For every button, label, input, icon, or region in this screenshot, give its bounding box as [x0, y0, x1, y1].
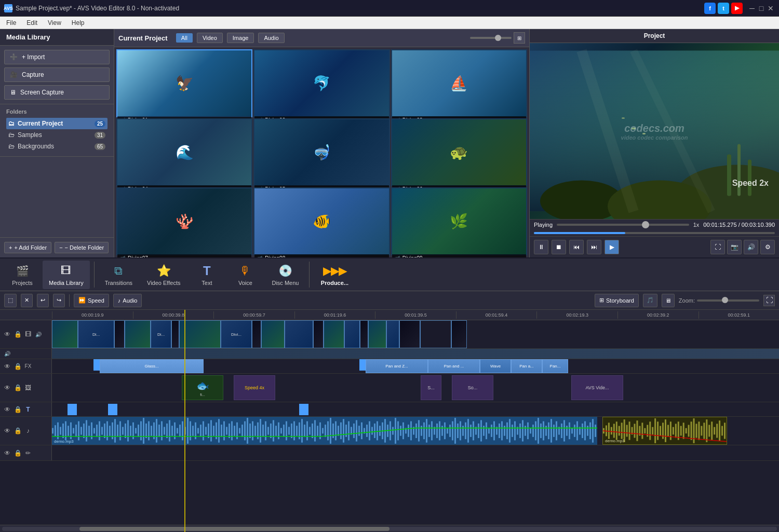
zoom-expand-button[interactable]: ⛶	[763, 295, 775, 306]
fish-clip[interactable]: 🐟 fi...	[182, 375, 223, 401]
text-marker-1[interactable]	[68, 404, 77, 415]
eye-icon[interactable]: 👁	[3, 427, 11, 435]
lock-icon[interactable]: 🔒	[14, 449, 22, 457]
folder-samples[interactable]: 🗁 Samples 31	[6, 129, 108, 141]
video-clip[interactable]: Divi...	[221, 320, 252, 348]
capture-button[interactable]: 🎥 Capture	[4, 67, 110, 82]
speed-clip[interactable]: Speed 4x	[234, 375, 275, 401]
effects-track-content[interactable]: Glass... Pan and Z... Pan and ...	[52, 359, 779, 373]
volume-button[interactable]: 🔊	[744, 240, 758, 254]
snapshot-button[interactable]: 📷	[727, 240, 742, 254]
audio-track-content[interactable]: demo.mp3	[52, 417, 779, 445]
video-clip[interactable]	[386, 320, 399, 348]
so-clip[interactable]: So...	[452, 375, 493, 401]
s-clip[interactable]: S...	[421, 375, 441, 401]
tool-voice[interactable]: 🎙 Voice	[227, 261, 263, 289]
delete-button[interactable]: ✕	[21, 294, 33, 307]
video-audio-content[interactable]	[52, 349, 779, 359]
menu-view[interactable]: View	[46, 18, 63, 28]
lock-icon[interactable]: 🔒	[14, 405, 22, 414]
preview-area[interactable]: codecs.com video codec comparison Speed …	[530, 43, 779, 219]
lock-icon[interactable]: 🔒	[14, 427, 22, 435]
settings-button[interactable]: ⚙	[760, 240, 775, 254]
youtube-icon[interactable]: ▶	[731, 3, 743, 14]
lock-icon[interactable]: 🔒	[14, 384, 22, 392]
media-item-diving06[interactable]: 🐢 📹 Diving06	[391, 118, 527, 186]
video-clip-black[interactable]	[420, 320, 451, 348]
minimize-button[interactable]: ─	[748, 4, 756, 12]
media-item-diving08[interactable]: 🐠 📹 Diving08	[253, 187, 390, 255]
video-clip-dark[interactable]	[252, 320, 261, 348]
video-clip[interactable]	[52, 320, 78, 348]
audio-clip-2[interactable]: demo.mp3	[602, 417, 727, 445]
screen-capture-button[interactable]: 🖥 Screen Capture	[4, 85, 110, 100]
text-track-icon[interactable]: T	[24, 405, 32, 414]
video-track-content[interactable]: Di... Di... Divi...	[52, 320, 779, 348]
fx-icon[interactable]: FX	[24, 362, 32, 371]
tool-projects[interactable]: 🎬 Projects	[4, 261, 41, 289]
size-slider[interactable]	[470, 37, 512, 39]
video-clip-dark[interactable]	[399, 320, 420, 348]
image-icon[interactable]: 🖼	[24, 384, 32, 392]
media-item-diving02[interactable]: 🐬 📹 Diving02	[253, 49, 390, 117]
speed-button[interactable]: ⏩ Speed	[74, 294, 109, 307]
stop-button[interactable]: ⏹	[552, 240, 566, 254]
tool-text[interactable]: T Text	[189, 261, 225, 289]
video-clip[interactable]	[285, 320, 313, 348]
audio-clip-main[interactable]: demo.mp3	[52, 417, 597, 445]
eye-icon[interactable]: 👁	[3, 362, 11, 371]
video-clip[interactable]	[344, 320, 360, 348]
video-clip-dark[interactable]	[313, 320, 324, 348]
effect-pan-and[interactable]: Pan and ...	[428, 359, 480, 373]
play-button[interactable]: ▶	[605, 240, 619, 254]
video-clip[interactable]	[368, 320, 386, 348]
maximize-button[interactable]: □	[757, 4, 765, 12]
filter-video[interactable]: Video	[197, 33, 223, 43]
media-item-diving04[interactable]: 🌊 📹 Diving04	[116, 118, 252, 186]
video-clip-dark[interactable]	[114, 320, 125, 348]
tool-video-effects[interactable]: ⭐ Video Effects	[141, 261, 186, 289]
video-clip[interactable]	[324, 320, 344, 348]
undo-button[interactable]: ↩	[37, 294, 49, 307]
import-button[interactable]: ➕ + Import	[4, 50, 110, 64]
media-item-diving01[interactable]: 🦅 📹 Diving01	[116, 49, 252, 117]
timeline-hscrollbar[interactable]	[0, 525, 779, 532]
eye-icon[interactable]: 👁	[3, 449, 11, 457]
eye-icon[interactable]: 👁	[3, 384, 11, 392]
video-clip[interactable]: Di...	[151, 320, 171, 348]
add-folder-button[interactable]: + + Add Folder	[4, 242, 51, 253]
video-clip-dark[interactable]	[171, 320, 179, 348]
effect-pan-zoom[interactable]: Pan and Z...	[366, 359, 428, 373]
filter-all[interactable]: All	[176, 33, 193, 43]
eye-icon[interactable]: 👁	[3, 405, 11, 414]
video-clip[interactable]: Di...	[78, 320, 114, 348]
eye-icon[interactable]: 👁	[3, 330, 11, 338]
grid-view-button[interactable]: ⊞	[514, 32, 525, 44]
speed-slider[interactable]	[557, 224, 689, 226]
video-clip[interactable]	[261, 320, 285, 348]
pen-icon[interactable]: ✏	[24, 449, 32, 457]
filter-audio[interactable]: Audio	[258, 33, 284, 43]
delete-folder-button[interactable]: − − Delete Folder	[55, 242, 109, 253]
media-item-diving09[interactable]: 🌿 📹 Diving09	[391, 187, 527, 255]
prev-frame-button[interactable]: ⏮	[569, 240, 584, 254]
folder-current-project[interactable]: 🗂 Current Project 25	[6, 118, 108, 129]
video-clip-dark[interactable]	[451, 320, 467, 348]
video-clip[interactable]	[125, 320, 151, 348]
pause-button[interactable]: ⏸	[534, 240, 548, 254]
tool-transitions[interactable]: ⧉ Transitions	[99, 261, 139, 289]
effect-pan-a[interactable]: Pan a...	[511, 359, 542, 373]
menu-edit[interactable]: Edit	[24, 18, 39, 28]
music-icon[interactable]: ♪	[24, 427, 32, 435]
tool-produce[interactable]: ▶▶▶ Produce...	[314, 261, 355, 289]
media-item-diving07[interactable]: 🪸 📹 Diving07	[116, 187, 252, 255]
text-marker-3[interactable]	[299, 404, 308, 415]
next-frame-button[interactable]: ⏭	[587, 240, 601, 254]
lock-icon[interactable]: 🔒	[14, 362, 22, 371]
monitor-button[interactable]: 🖥	[662, 294, 675, 307]
media-item-diving03[interactable]: ⛵ 📹 Diving03	[391, 49, 527, 117]
fullscreen-button[interactable]: ⛶	[710, 240, 725, 254]
video-clip[interactable]	[179, 320, 221, 348]
audio-settings-button[interactable]: 🎵	[643, 294, 657, 307]
text-track-content[interactable]	[52, 402, 779, 416]
